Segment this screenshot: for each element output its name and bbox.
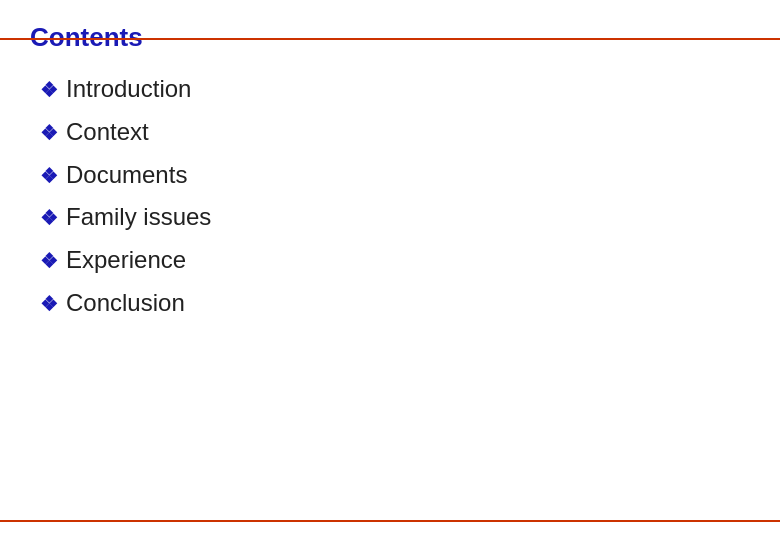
bullet-icon: ❖ — [40, 294, 58, 314]
bottom-border — [0, 520, 780, 522]
content-area: ❖Introduction❖Context❖Documents❖Family i… — [30, 75, 750, 318]
item-label: Family issues — [66, 203, 211, 232]
bullet-icon: ❖ — [40, 123, 58, 143]
item-label: Documents — [66, 161, 187, 190]
bullet-icon: ❖ — [40, 80, 58, 100]
list-item: ❖Family issues — [40, 203, 750, 232]
list-item: ❖Context — [40, 118, 750, 147]
item-label: Conclusion — [66, 289, 185, 318]
list-item: ❖Conclusion — [40, 289, 750, 318]
bullet-icon: ❖ — [40, 208, 58, 228]
list-item: ❖Introduction — [40, 75, 750, 104]
slide-title: Contents — [30, 18, 750, 53]
item-label: Context — [66, 118, 149, 147]
slide: Contents ❖Introduction❖Context❖Documents… — [0, 0, 780, 540]
bullet-icon: ❖ — [40, 251, 58, 271]
item-label: Introduction — [66, 75, 191, 104]
top-border — [0, 38, 780, 40]
item-label: Experience — [66, 246, 186, 275]
bullet-icon: ❖ — [40, 166, 58, 186]
list-item: ❖Documents — [40, 161, 750, 190]
list-item: ❖Experience — [40, 246, 750, 275]
